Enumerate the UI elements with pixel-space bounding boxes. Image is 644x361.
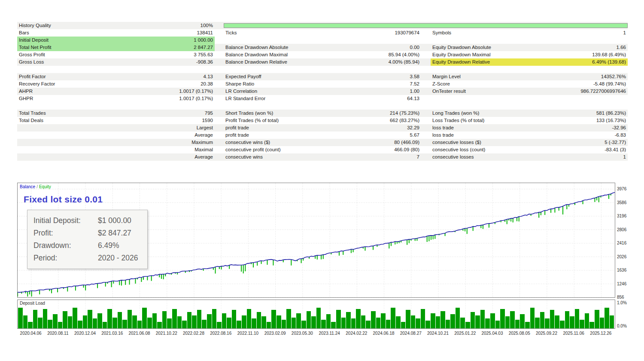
deposit-load-bar — [585, 313, 589, 328]
deposit-load-bar — [366, 321, 371, 328]
stat-value: Average — [194, 132, 213, 139]
deposit-load-bar — [440, 311, 445, 328]
x-axis-date-label: 2022.11.10 — [237, 331, 258, 336]
stats-row: Gross Loss-908.36Balance Drawdown Relati… — [17, 58, 628, 66]
deposit-load-bar — [276, 315, 281, 328]
infobox-label: Profit: — [33, 227, 98, 239]
stats-row: Averageprofit trade5.67loss trade-6.83 — [17, 132, 628, 139]
stat-label: Loss Trades (% of total) — [432, 117, 484, 124]
deposit-load-bar — [147, 318, 152, 328]
x-axis-date-label: 2021.03.16 — [101, 331, 123, 336]
stat-value: 80 (466.09) — [394, 139, 419, 146]
deposit-load-bar — [376, 318, 381, 328]
stat-value: 193079674 — [395, 29, 419, 37]
deposit-load-bar — [177, 316, 182, 328]
deposit-load-bar — [555, 315, 559, 328]
deposit-load-bar — [271, 310, 276, 328]
stat-label: History Quality — [19, 22, 51, 29]
deposit-load-bar — [421, 309, 425, 328]
stat-label: Total Deals — [19, 117, 43, 124]
stats-cell: AHPR1.0017 (0.17%) — [17, 88, 215, 95]
stat-value: 4.13 — [204, 73, 213, 80]
y-axis-tick-label: 2416 — [617, 241, 626, 245]
stat-value: 1.0017 (0.17%) — [179, 95, 213, 102]
infobox-label: Initial Deposit: — [33, 214, 98, 227]
stat-label: loss trade — [432, 124, 454, 132]
infobox-value: $1 000.00 — [98, 214, 131, 227]
stats-cell: OnTester result986.7227006997646 — [431, 88, 628, 95]
legend-balance-label: Balance — [20, 184, 35, 189]
stat-label: loss trade — [432, 132, 454, 139]
stat-label: Gross Profit — [19, 51, 45, 58]
deposit-load-bar — [192, 315, 197, 328]
stat-label: Expected Payoff — [225, 73, 261, 80]
x-axis-date-label: 2025.11.06 — [563, 331, 584, 336]
deposit-load-bar — [252, 318, 256, 328]
deposit-load-bar — [431, 313, 435, 328]
stats-cell: Ticks193079674 — [224, 29, 421, 37]
stats-spacer-row — [17, 102, 628, 110]
stat-value: 139.68 (6.49%) — [592, 51, 626, 58]
stat-value: 1.66 — [617, 44, 626, 51]
stat-value: 581 (86.23%) — [596, 110, 626, 117]
deposit-load-bar — [450, 314, 455, 328]
deposit-load-bar — [172, 309, 177, 328]
stat-label: Equity Drawdown Relative — [432, 58, 490, 66]
stats-cell: Short Trades (won %)214 (75.23%) — [224, 110, 421, 117]
y-axis-tick-label: 1636 — [617, 268, 626, 272]
stats-cell — [431, 95, 628, 102]
deposit-load-bar — [217, 322, 222, 328]
stat-value: -83.41 (3) — [605, 146, 626, 153]
stats-row: Largestprofit trade32.29loss trade-32.96 — [17, 124, 628, 132]
deposit-load-bar — [18, 308, 23, 328]
stat-label: Ticks — [225, 29, 237, 37]
stats-cell: History Quality100% — [17, 22, 215, 29]
stats-cell — [224, 37, 421, 44]
deposit-load-bar — [122, 320, 127, 328]
chart-title-overlay: Fixed lot size 0.01 — [24, 194, 103, 205]
history-quality-progressbar — [224, 23, 628, 28]
stats-cell: Profit Trades (% of total)662 (83.27%) — [224, 117, 421, 124]
stat-value: 1 000.00 — [194, 37, 213, 44]
stats-cell — [431, 37, 628, 44]
stat-value: 2 847.27 — [194, 44, 213, 51]
stats-row: Total Net Profit2 847.27Balance Drawdown… — [17, 44, 628, 51]
deposit-load-bar — [282, 320, 286, 328]
deposit-load-bar — [28, 322, 33, 328]
stat-value: 85.94 (4.00%) — [389, 51, 419, 58]
balance-equity-chart: Balance/Equity Fixed lot size 0.01 Initi… — [17, 183, 615, 298]
deposit-load-bar — [187, 312, 192, 328]
y-axis-tick-label: 856 — [617, 295, 624, 300]
deposit-load-bar — [311, 316, 316, 328]
deposit-load-bar — [132, 315, 137, 328]
deposit-y-max-label: 1.0% — [617, 300, 627, 305]
deposit-load-bar — [68, 316, 73, 328]
deposit-load-bar — [500, 309, 505, 328]
stat-value: 1.0017 (0.17%) — [179, 88, 213, 95]
infobox-row: Drawdown: 6.49% — [33, 239, 138, 252]
deposit-load-bar — [495, 321, 500, 328]
infobox-label: Drawdown: — [33, 239, 98, 252]
stat-label: OnTester result — [432, 88, 466, 95]
y-axis-tick-label: 2806 — [617, 227, 626, 232]
deposit-load-bar — [515, 320, 520, 328]
deposit-load-bar — [182, 321, 187, 328]
stat-label: Symbols — [432, 29, 451, 37]
x-axis-date-label: 2025.09.22 — [536, 331, 557, 336]
deposit-load-bar — [425, 321, 430, 328]
stats-cell: LR Standard Error64.13 — [224, 95, 421, 102]
y-axis-tick-label: 1246 — [617, 281, 626, 286]
stat-label: consecutive profit (count) — [225, 146, 280, 153]
deposit-load-bar — [292, 318, 296, 328]
stats-row: Maximalconsecutive profit (count)466.09 … — [17, 146, 628, 153]
deposit-load-bar — [73, 308, 77, 328]
deposit-load-bar — [207, 314, 212, 328]
deposit-load-bar — [545, 318, 550, 328]
deposit-load-bar — [33, 310, 38, 328]
deposit-load-bar — [570, 316, 574, 328]
stat-label: Profit Factor — [19, 73, 46, 80]
stat-value: 5 (-32.77) — [605, 139, 626, 146]
deposit-load-bar — [321, 320, 326, 328]
deposit-load-bar — [406, 310, 410, 328]
stats-row: Initial Deposit1 000.00 — [17, 37, 628, 44]
